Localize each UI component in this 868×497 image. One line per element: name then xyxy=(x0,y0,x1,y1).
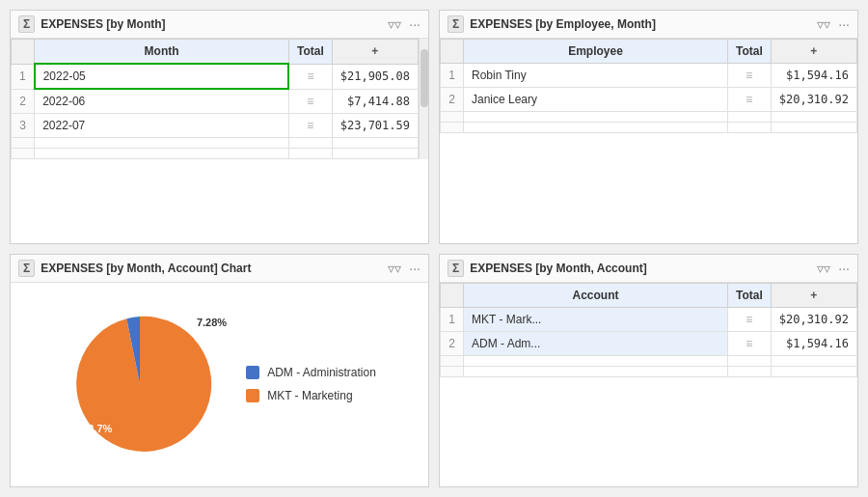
more-icon-1[interactable]: ··· xyxy=(409,16,420,32)
total-cell-3: $23,701.59 xyxy=(332,114,418,138)
col-header-num-2 xyxy=(441,40,464,64)
total-acc-cell-2: $1,594.16 xyxy=(771,331,856,355)
col-header-total-4[interactable]: Total xyxy=(727,283,771,307)
legend-item-mkt: MKT - Marketing xyxy=(246,389,376,402)
table-row-empty-1 xyxy=(12,138,419,149)
table-row-empty-3 xyxy=(441,112,857,123)
panel-expenses-chart: Σ EXPENSES [by Month, Account] Chart ▿▿ … xyxy=(10,254,429,488)
table-row-empty-5 xyxy=(441,355,857,366)
more-icon-2[interactable]: ··· xyxy=(838,16,850,32)
employee-cell-2[interactable]: Janice Leary xyxy=(464,88,728,112)
table-row-empty-6 xyxy=(441,366,857,376)
panel-expenses-account: Σ EXPENSES [by Month, Account] ▿▿ ··· Ac… xyxy=(439,254,858,488)
chart-area: 7.28% 92.7% ADM - Administration MKT - M… xyxy=(11,283,428,487)
header-actions-2: ▿▿ ··· xyxy=(817,16,850,32)
col-header-total-2[interactable]: Total xyxy=(727,40,771,64)
table-expenses-employee: Employee Total + 1 Robin Tiny ≡ $1,594.1… xyxy=(440,39,857,133)
col-header-employee[interactable]: Employee xyxy=(464,40,728,64)
panel-body-chart: 7.28% 92.7% ADM - Administration MKT - M… xyxy=(11,283,428,487)
pie-label-mkt: 92.7% xyxy=(82,423,112,434)
title-expenses-account: EXPENSES [by Month, Account] xyxy=(470,262,811,275)
employee-cell-1[interactable]: Robin Tiny xyxy=(464,64,728,88)
row-icon-3: ≡ xyxy=(288,114,332,138)
table-row: 1 2022-05 ≡ $21,905.08 xyxy=(12,64,419,89)
account-cell-2[interactable]: ADM - Adm... xyxy=(464,331,728,355)
pie-svg xyxy=(63,307,217,461)
table-row: 2 2022-06 ≡ $7,414.88 xyxy=(12,89,419,114)
more-icon-3[interactable]: ··· xyxy=(409,261,420,276)
sigma-icon-1: Σ xyxy=(18,15,35,33)
month-cell-1[interactable]: 2022-05 xyxy=(35,64,289,89)
title-expenses-chart: EXPENSES [by Month, Account] Chart xyxy=(41,262,382,275)
panel-expenses-employee: Σ EXPENSES [by Employee, Month] ▿▿ ··· E… xyxy=(439,10,858,244)
panel-header-expenses-month: Σ EXPENSES [by Month] ▿▿ ··· xyxy=(11,11,428,39)
panel-body-expenses-account: Account Total + 1 MKT - Mark... ≡ $20,31… xyxy=(440,283,857,487)
header-actions-3: ▿▿ ··· xyxy=(388,261,420,276)
account-cell-1[interactable]: MKT - Mark... xyxy=(464,307,728,331)
row-icon-acc-2: ≡ xyxy=(727,331,771,355)
filter-icon-2[interactable]: ▿▿ xyxy=(817,16,830,32)
total-cell-1: $21,905.08 xyxy=(332,64,418,89)
table-row-empty-2 xyxy=(12,149,419,159)
title-expenses-employee: EXPENSES [by Employee, Month] xyxy=(470,17,811,31)
add-col-4[interactable]: + xyxy=(771,283,856,307)
scrollbar-thumb-1 xyxy=(420,49,428,107)
legend-item-adm: ADM - Administration xyxy=(246,366,376,379)
total-emp-cell-2: $20,310.92 xyxy=(771,88,856,112)
panel-header-expenses-account: Σ EXPENSES [by Month, Account] ▿▿ ··· xyxy=(440,255,857,283)
row-icon-emp-1: ≡ xyxy=(727,64,771,88)
row-num: 1 xyxy=(441,307,464,331)
legend-label-adm: ADM - Administration xyxy=(267,366,376,379)
col-header-account[interactable]: Account xyxy=(464,283,728,307)
filter-icon-1[interactable]: ▿▿ xyxy=(388,16,401,32)
sigma-icon-3: Σ xyxy=(18,260,35,277)
pie-chart: 7.28% 92.7% xyxy=(63,307,217,461)
panel-header-expenses-chart: Σ EXPENSES [by Month, Account] Chart ▿▿ … xyxy=(11,255,428,283)
row-num: 1 xyxy=(12,64,35,89)
row-num: 2 xyxy=(12,89,35,114)
table-expenses-month: Month Total + 1 2022-05 ≡ $21,905.08 xyxy=(11,39,419,159)
panel-body-expenses-employee: Employee Total + 1 Robin Tiny ≡ $1,594.1… xyxy=(440,39,857,243)
filter-icon-3[interactable]: ▿▿ xyxy=(388,261,401,276)
table-row-empty-4 xyxy=(441,123,857,133)
total-acc-cell-1: $20,310.92 xyxy=(771,307,856,331)
panel-expenses-month: Σ EXPENSES [by Month] ▿▿ ··· Month Total xyxy=(10,10,429,244)
add-col-1[interactable]: + xyxy=(332,40,418,65)
title-expenses-month: EXPENSES [by Month] xyxy=(41,17,382,31)
col-header-num-4 xyxy=(441,283,464,307)
header-actions-4: ▿▿ ··· xyxy=(817,261,850,276)
legend-color-adm xyxy=(246,366,259,379)
col-header-num-1 xyxy=(12,40,35,65)
row-num: 3 xyxy=(12,114,35,138)
row-icon-1: ≡ xyxy=(288,64,332,89)
more-icon-4[interactable]: ··· xyxy=(838,261,850,276)
table-row: 3 2022-07 ≡ $23,701.59 xyxy=(12,114,419,138)
pie-label-adm: 7.28% xyxy=(197,317,227,328)
col-header-total-1[interactable]: Total xyxy=(288,40,332,65)
table-row: 1 Robin Tiny ≡ $1,594.16 xyxy=(441,64,857,88)
row-icon-emp-2: ≡ xyxy=(727,88,771,112)
table-expenses-account: Account Total + 1 MKT - Mark... ≡ $20,31… xyxy=(440,283,857,377)
col-header-month[interactable]: Month xyxy=(35,40,289,65)
row-icon-2: ≡ xyxy=(288,89,332,114)
filter-icon-4[interactable]: ▿▿ xyxy=(817,261,830,276)
month-cell-3[interactable]: 2022-07 xyxy=(35,114,289,138)
month-cell-2[interactable]: 2022-06 xyxy=(35,89,289,114)
row-num: 2 xyxy=(441,88,464,112)
sigma-icon-2: Σ xyxy=(448,15,464,33)
row-num: 2 xyxy=(441,331,464,355)
table-row: 2 Janice Leary ≡ $20,310.92 xyxy=(441,88,857,112)
header-actions-1: ▿▿ ··· xyxy=(388,16,420,32)
table-row: 2 ADM - Adm... ≡ $1,594.16 xyxy=(441,331,857,355)
scrollbar-1[interactable] xyxy=(419,39,428,159)
total-cell-2: $7,414.88 xyxy=(332,89,418,114)
table-row: 1 MKT - Mark... ≡ $20,310.92 xyxy=(441,307,857,331)
legend-label-mkt: MKT - Marketing xyxy=(267,389,352,402)
table-scroll-1: Month Total + 1 2022-05 ≡ $21,905.08 xyxy=(11,39,419,159)
dashboard-grid: Σ EXPENSES [by Month] ▿▿ ··· Month Total xyxy=(10,10,858,487)
add-col-2[interactable]: + xyxy=(771,40,856,64)
row-num: 1 xyxy=(441,64,464,88)
panel-header-expenses-employee: Σ EXPENSES [by Employee, Month] ▿▿ ··· xyxy=(440,11,857,39)
row-icon-acc-1: ≡ xyxy=(727,307,771,331)
legend-color-mkt xyxy=(246,389,259,402)
